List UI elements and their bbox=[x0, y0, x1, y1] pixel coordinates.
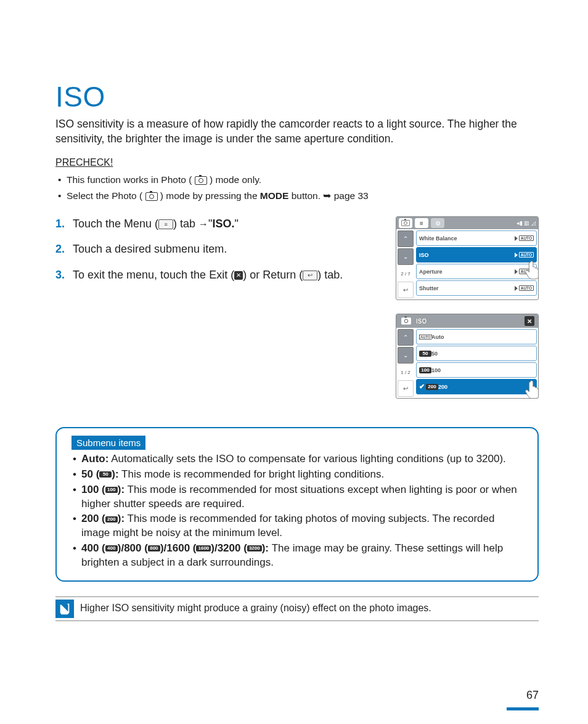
iso-option-50[interactable]: 50 50 bbox=[416, 346, 537, 361]
submenu-item-100: 100 (100): This mode is recommended for … bbox=[71, 483, 523, 511]
submenu-title: ISO bbox=[416, 318, 427, 325]
iso-icon: 200 bbox=[105, 516, 118, 523]
menu-row-aperture[interactable]: Aperture AUTO bbox=[416, 264, 537, 279]
menu-screenshot-2: ISO ✕ ⌃ ⌄ 1 / 2 ↩ AUTO Auto bbox=[396, 314, 539, 399]
chevron-up-icon: ⌃ bbox=[403, 235, 408, 242]
close-icon: ✕ bbox=[234, 271, 243, 280]
menu-icon: ≡ bbox=[158, 219, 173, 229]
intro-text: ISO sensitivity is a measure of how rapi… bbox=[55, 117, 539, 146]
camera-icon bbox=[401, 318, 411, 325]
iso-option-100[interactable]: 100 100 bbox=[416, 362, 537, 378]
iso-icon: 100 bbox=[419, 367, 431, 373]
menu-row-iso[interactable]: ISO AUTO bbox=[416, 247, 537, 262]
camera-icon bbox=[145, 192, 158, 201]
camera-icon bbox=[401, 220, 410, 226]
page-number-bar bbox=[507, 707, 539, 710]
step-3: To exit the menu, touch the Exit (✕) or … bbox=[69, 267, 381, 283]
return-button[interactable]: ↩ bbox=[398, 282, 414, 298]
play-icon bbox=[515, 253, 518, 258]
nav-down-button[interactable]: ⌄ bbox=[398, 248, 414, 265]
submenu-items-box: Submenu items Auto: Automatically sets t… bbox=[55, 427, 539, 582]
submenu-item-50: 50 (50): This mode is recommended for br… bbox=[71, 468, 523, 482]
return-button[interactable]: ↩ bbox=[398, 380, 414, 397]
chevron-up-icon: ⌃ bbox=[403, 334, 408, 341]
return-icon: ↩ bbox=[403, 287, 408, 293]
page-indicator: 2 / 7 bbox=[396, 266, 415, 282]
precheck-heading: PRECHECK! bbox=[55, 157, 539, 168]
tab-settings[interactable]: ⚙ bbox=[431, 218, 444, 228]
iso-icon: 50 bbox=[99, 471, 112, 478]
page-number: 67 bbox=[526, 689, 539, 702]
arrow-icon: ➥ bbox=[323, 190, 331, 201]
iso-icon: 1600 bbox=[196, 545, 211, 551]
iso-option-200[interactable]: ✔ 200 200 bbox=[416, 379, 537, 394]
camera-icon bbox=[195, 176, 207, 185]
play-icon bbox=[515, 286, 518, 291]
close-button[interactable]: ✕ bbox=[525, 316, 534, 326]
page-title: ISO bbox=[55, 80, 539, 113]
menu-screenshot-1: ≡ ⚙ ◂▮ ▥ ◿ ⌃ ⌄ 2 / 7 ↩ White Balance AUT bbox=[396, 216, 539, 300]
auto-icon: AUTO bbox=[419, 335, 432, 340]
iso-icon: 50 bbox=[419, 351, 431, 357]
submenu-item-200: 200 (200): This mode is recommended for … bbox=[71, 512, 523, 540]
tab-menu[interactable]: ≡ bbox=[415, 218, 428, 228]
play-icon bbox=[515, 269, 518, 274]
return-icon: ↩ bbox=[303, 270, 317, 280]
play-icon bbox=[515, 236, 518, 241]
iso-icon: 400 bbox=[105, 545, 118, 551]
chevron-down-icon: ⌄ bbox=[403, 352, 408, 359]
return-icon: ↩ bbox=[403, 385, 408, 392]
page-indicator: 1 / 2 bbox=[396, 365, 415, 380]
note-icon bbox=[55, 600, 74, 618]
submenu-item-auto: Auto: Automatically sets the ISO to comp… bbox=[71, 452, 523, 466]
precheck-item: This function works in Photo ( ) mode on… bbox=[58, 172, 539, 188]
status-icons: ◂▮ ▥ ◿ bbox=[517, 220, 536, 226]
iso-icon: 100 bbox=[105, 487, 118, 493]
menu-row-shutter[interactable]: Shutter AUTO bbox=[416, 280, 537, 296]
chevron-down-icon: ⌄ bbox=[403, 253, 408, 260]
submenu-item-high: 400 (400)/800 (800)/1600 (1600)/3200 (32… bbox=[71, 542, 523, 570]
nav-down-button[interactable]: ⌄ bbox=[398, 347, 414, 364]
step-2: Touch a desired submenu item. bbox=[69, 242, 381, 257]
note-text: Higher ISO sensitivity might produce a g… bbox=[80, 600, 431, 614]
nav-up-button[interactable]: ⌃ bbox=[398, 230, 414, 247]
menu-row-white-balance[interactable]: White Balance AUTO bbox=[416, 230, 537, 246]
submenu-heading: Submenu items bbox=[71, 436, 145, 450]
steps-list: Touch the Menu (≡) tab →"ISO." Touch a d… bbox=[55, 216, 381, 283]
iso-icon: 800 bbox=[148, 545, 160, 551]
step-1: Touch the Menu (≡) tab →"ISO." bbox=[69, 216, 381, 232]
note-box: Higher ISO sensitivity might produce a g… bbox=[55, 596, 539, 621]
iso-icon: 3200 bbox=[247, 545, 262, 551]
menu-icon: ≡ bbox=[420, 220, 423, 227]
iso-option-auto[interactable]: AUTO Auto bbox=[416, 329, 537, 344]
tab-photo[interactable] bbox=[399, 218, 412, 228]
precheck-item: Select the Photo ( ) mode by pressing th… bbox=[58, 188, 539, 204]
checkmark-icon: ✔ bbox=[419, 383, 425, 391]
nav-up-button[interactable]: ⌃ bbox=[398, 329, 414, 346]
arrow-icon: → bbox=[198, 219, 208, 229]
gear-icon: ⚙ bbox=[435, 220, 441, 227]
close-icon: ✕ bbox=[527, 318, 532, 325]
iso-icon: 200 bbox=[426, 384, 438, 390]
precheck-list: This function works in Photo ( ) mode on… bbox=[58, 172, 539, 204]
